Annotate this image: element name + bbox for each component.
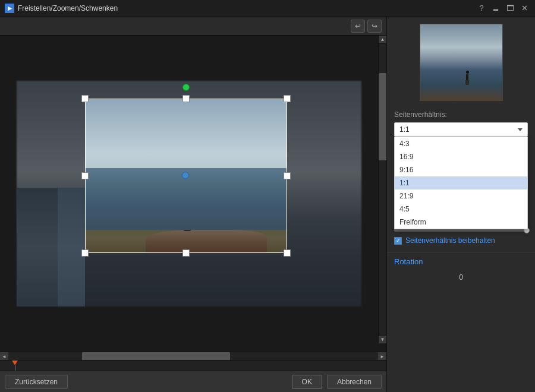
person-hair <box>186 198 188 206</box>
person-head <box>184 200 190 206</box>
app-icon: ▶ <box>5 4 14 13</box>
h-scroll-track[interactable] <box>8 352 378 360</box>
ok-button[interactable]: OK <box>292 375 322 389</box>
keep-ratio-label[interactable]: Seitenverhältnis beibehalten <box>405 236 495 245</box>
preview-head <box>466 71 469 74</box>
mountain-highlight <box>58 188 85 306</box>
right-panel: Seitenverhältnis: 1:1 4:3 16:9 9:16 1:1 … <box>386 17 535 392</box>
person-silhouette <box>182 200 193 233</box>
action-bar: Zurücksetzen OK Abbrechen <box>0 371 386 392</box>
aspect-ratio-label: Seitenverhältnis: <box>387 108 535 120</box>
v-scroll-thumb[interactable] <box>379 73 387 160</box>
rock-base <box>146 230 267 253</box>
height-slider-fill <box>394 229 528 232</box>
option-9-16[interactable]: 9:16 <box>395 163 527 176</box>
option-4-3[interactable]: 4:3 <box>395 137 527 150</box>
keep-ratio-checkbox[interactable]: ✓ <box>394 237 402 245</box>
crop-handle-top-mid[interactable] <box>182 95 190 102</box>
window-title: Freistellen/Zoomen/Schwenken <box>18 4 118 12</box>
rotation-value: 0 <box>394 271 528 284</box>
main-layout: ↩ ↪ <box>0 17 535 392</box>
cancel-button[interactable]: Abbrechen <box>327 375 382 389</box>
scroll-right-button[interactable]: ► <box>378 352 386 361</box>
rotate-handle[interactable] <box>182 84 190 91</box>
scroll-left-button[interactable]: ◄ <box>0 352 8 361</box>
crop-handle-top-right[interactable] <box>284 95 291 102</box>
reset-button[interactable]: Zurücksetzen <box>5 375 68 389</box>
crop-handle-top-left[interactable] <box>81 95 89 102</box>
crop-handle-mid-left[interactable] <box>81 172 89 179</box>
canvas-image-wrapper <box>0 36 378 352</box>
title-bar-left: ▶ Freistellen/Zoomen/Schwenken <box>5 4 118 13</box>
confirm-buttons: OK Abbrechen <box>292 375 382 389</box>
playhead-row <box>0 360 386 372</box>
minimize-button[interactable]: 🗕 <box>490 3 502 14</box>
crop-handle-bottom-mid[interactable] <box>182 249 190 257</box>
rotation-section: Rotation 0 <box>387 252 535 289</box>
crop-handle-mid-right[interactable] <box>284 172 291 179</box>
dropdown-list: 4:3 16:9 9:16 1:1 21:9 4:5 Freiform <box>394 137 528 229</box>
h-scroll-thumb[interactable] <box>82 352 230 361</box>
undo-button[interactable]: ↩ <box>351 20 365 33</box>
title-bar: ▶ Freistellen/Zoomen/Schwenken ? 🗕 🗖 ✕ <box>0 0 535 17</box>
scroll-down-button[interactable]: ▼ <box>379 335 387 343</box>
vertical-scrollbar: ▲ ▼ <box>378 36 386 343</box>
canvas-toolbar: ↩ ↪ <box>0 17 386 36</box>
option-1-1[interactable]: 1:1 <box>395 176 527 189</box>
person-body <box>185 207 190 220</box>
scroll-up-button[interactable]: ▲ <box>379 36 387 44</box>
bg-mountain <box>17 188 85 306</box>
title-controls: ? 🗕 🗖 ✕ <box>476 3 530 14</box>
horizontal-scrollbar: ◄ ► <box>0 352 386 360</box>
preview-thumbnail <box>420 24 503 101</box>
aspect-ratio-dropdown[interactable]: 1:1 4:3 16:9 9:16 1:1 21:9 4:5 Freiform <box>394 122 528 137</box>
crop-handle-bottom-right[interactable] <box>284 249 291 257</box>
v-scroll-track[interactable] <box>379 44 387 335</box>
dropdown-button[interactable]: 1:1 <box>394 122 528 137</box>
rotation-label: Rotation <box>394 257 528 266</box>
keep-ratio-row: ✓ Seitenverhältnis beibehalten <box>387 234 535 247</box>
preview-area <box>387 17 535 108</box>
crop-handle-bottom-left[interactable] <box>81 249 89 257</box>
redo-button[interactable]: ↪ <box>367 20 382 33</box>
option-4-5[interactable]: 4:5 <box>395 203 527 216</box>
option-21-9[interactable]: 21:9 <box>395 189 527 203</box>
height-slider-track[interactable] <box>394 229 528 232</box>
height-slider-row <box>394 229 528 232</box>
maximize-button[interactable]: 🗖 <box>504 3 516 14</box>
option-freiform[interactable]: Freiform <box>395 216 527 229</box>
image-container[interactable] <box>17 81 361 306</box>
preview-body <box>466 74 468 80</box>
close-button[interactable]: ✕ <box>518 3 530 14</box>
preview-person <box>465 71 470 85</box>
checkbox-check-icon: ✓ <box>396 238 401 244</box>
person-legs <box>183 220 191 231</box>
pan-point[interactable] <box>182 172 189 179</box>
canvas-scroll-area: ▲ ▼ <box>0 36 386 352</box>
preview-legs <box>465 80 469 85</box>
dropdown-arrow-icon <box>518 128 523 131</box>
help-button[interactable]: ? <box>476 3 487 14</box>
option-16-9[interactable]: 16:9 <box>395 150 527 163</box>
playhead-triangle <box>12 361 18 365</box>
canvas-area: ↩ ↪ <box>0 17 386 392</box>
dropdown-selected-value: 1:1 <box>399 125 410 134</box>
